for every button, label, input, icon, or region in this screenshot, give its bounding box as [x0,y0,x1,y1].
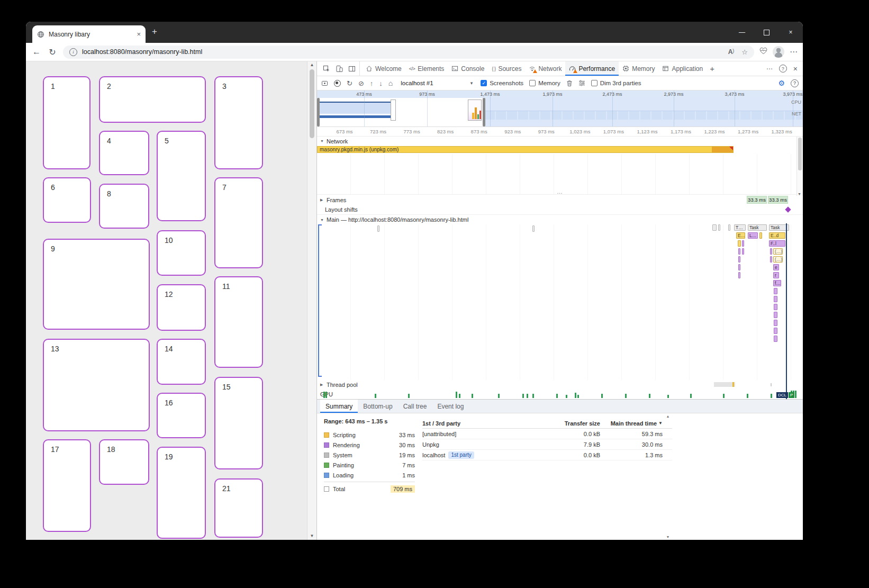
maximize-button[interactable] [754,22,779,43]
frame-duration-badge[interactable]: 33.3 ms [768,196,788,204]
dim-3rd-parties-checkbox-row[interactable]: Dim 3rd parties [591,80,641,86]
frames-section-header[interactable]: ▶ Frames 33.3 ms33.3 ms [317,195,803,205]
flame-block[interactable] [770,248,772,255]
flame-block[interactable] [738,272,740,278]
column-transfer-size[interactable]: Transfer size [542,420,600,427]
scrollbar-thumb[interactable] [310,69,314,138]
scrollbar-thumb[interactable] [798,138,802,170]
page-scrollbar[interactable]: ▲ ▼ [307,61,316,540]
network-section-header[interactable]: ▼ Network [317,137,803,146]
collapse-icon[interactable]: ▼ [320,139,324,143]
layout-shifts-track[interactable]: Layout shifts [317,205,803,215]
flame-block[interactable] [712,224,717,231]
flame-block[interactable] [728,224,730,231]
flame-block-script[interactable]: E… [736,232,745,239]
url-text[interactable]: localhost:8080/masonry/masonry-lib.html [82,48,723,56]
selection-handle-right[interactable] [483,98,485,126]
devtools-help-icon[interactable]: ? [779,65,787,73]
table-row[interactable]: Unpkg7.9 kB30.0 ms [422,439,672,450]
clear-button[interactable]: ⊘ [358,79,364,87]
details-tab-summary[interactable]: Summary [320,400,358,413]
devtools-tab-performance[interactable]: Performance [565,61,619,76]
flame-block-render[interactable]: e [773,264,779,270]
flame-block[interactable] [738,264,740,270]
tab-close-icon[interactable]: × [137,30,141,38]
devtools-tab-network[interactable]: Network [525,61,565,76]
scroll-up-icon[interactable]: ▲ [310,62,314,68]
expand-icon[interactable]: ▶ [320,198,324,202]
flame-block[interactable] [742,248,744,255]
flame-block-render[interactable]: r [773,272,779,278]
minimize-button[interactable]: — [730,22,754,43]
flame-block-script[interactable]: E..d [769,232,785,239]
load-profile-icon[interactable]: ↓ [379,79,383,87]
flame-block-render[interactable]: F..l [769,240,785,247]
flame-block[interactable] [774,320,777,326]
table-row[interactable]: [unattributed]0.0 kB59.3 ms [422,429,672,439]
main-thread-flamechart[interactable]: T…TaskTaskE…L…E..dF..l(…)(…)erf… [317,224,803,380]
flame-block-outline[interactable]: (…) [773,248,783,255]
network-request-bar[interactable]: masonry.pkgd.min.js (unpkg.com) [317,146,734,153]
scroll-up-icon[interactable]: ▲ [666,414,670,418]
details-tab-call-tree[interactable]: Call tree [398,400,432,413]
url-bar[interactable]: i localhost:8080/masonry/masonry-lib.htm… [63,46,754,59]
details-tab-bottom-up[interactable]: Bottom-up [358,400,397,413]
profile-select[interactable]: localhost #1 ▾ [399,79,475,87]
collapse-icon[interactable]: ▼ [320,218,324,222]
capture-settings-icon[interactable] [578,80,585,86]
device-toolbar-icon[interactable] [334,65,345,73]
record-button[interactable] [334,80,341,87]
dock-side-icon[interactable] [347,65,357,73]
read-aloud-icon[interactable]: A) [728,48,735,56]
settings-gear-icon[interactable]: ⚙ [778,79,785,87]
page-info-icon[interactable]: i [69,48,77,56]
trash-icon[interactable] [566,80,573,87]
scroll-down-icon[interactable]: ▼ [798,192,801,196]
thread-pool-section-header[interactable]: ▶ Thread pool [317,380,803,390]
browser-essentials-icon[interactable] [759,47,767,57]
flame-block-task[interactable]: T… [734,224,746,231]
browser-tab[interactable]: Masonry libary × [32,25,146,43]
flame-block[interactable] [774,296,777,302]
flame-block[interactable] [774,328,777,334]
table-scrollbar[interactable]: ▲ ▼ [665,414,671,539]
devtools-close-icon[interactable]: × [793,65,798,73]
close-window-button[interactable]: × [779,22,803,43]
favorites-icon[interactable]: ☆ [741,48,748,56]
waterfall-scrollbar[interactable]: ▼ [796,137,803,196]
back-button[interactable]: ← [31,47,42,57]
more-requests-indicator[interactable]: … [557,188,563,195]
screenshots-checkbox-row[interactable]: ✓ Screenshots [481,80,523,86]
profile-avatar[interactable] [773,46,784,58]
flame-block[interactable] [718,224,720,231]
browser-menu-icon[interactable]: ⋯ [790,47,798,57]
timeline-overview[interactable]: 473 ms973 ms1,473 ms1,973 ms2,473 ms2,97… [317,91,803,127]
home-icon[interactable]: ⌂ [388,79,393,87]
flame-block[interactable] [742,240,744,247]
scroll-down-icon[interactable]: ▼ [310,533,314,539]
flame-block[interactable] [759,232,762,239]
flame-block[interactable] [774,336,777,342]
flame-block-outline[interactable]: (…) [773,256,783,263]
devtools-tab-console[interactable]: Console [448,61,488,76]
table-row[interactable]: localhost1st party0.0 kB1.3 ms [422,450,672,460]
memory-checkbox-row[interactable]: Memory [529,80,560,86]
devtools-more-icon[interactable]: ⋯ [766,65,773,73]
dcl-marker-badge[interactable]: DCL [776,392,788,398]
gpu-track[interactable]: GPU [317,390,803,399]
details-tab-event-log[interactable]: Event log [432,400,469,413]
flame-block[interactable] [738,248,740,255]
more-tabs-button[interactable]: + [707,61,718,76]
flame-block-task[interactable]: Task [748,224,767,231]
refresh-button[interactable]: ↻ [47,47,58,57]
inspect-icon[interactable] [321,65,332,73]
flame-block-render[interactable]: L… [748,232,758,239]
flame-block[interactable] [774,304,777,310]
memory-checkbox[interactable] [529,80,536,86]
frame-duration-badge[interactable]: 33.3 ms [747,196,767,204]
flame-block-render[interactable]: f… [773,280,781,286]
flame-block[interactable] [738,256,740,263]
paint-marker-badge[interactable]: P [789,392,794,398]
dim-3rd-parties-checkbox[interactable] [591,80,598,86]
flame-block[interactable] [532,225,535,232]
